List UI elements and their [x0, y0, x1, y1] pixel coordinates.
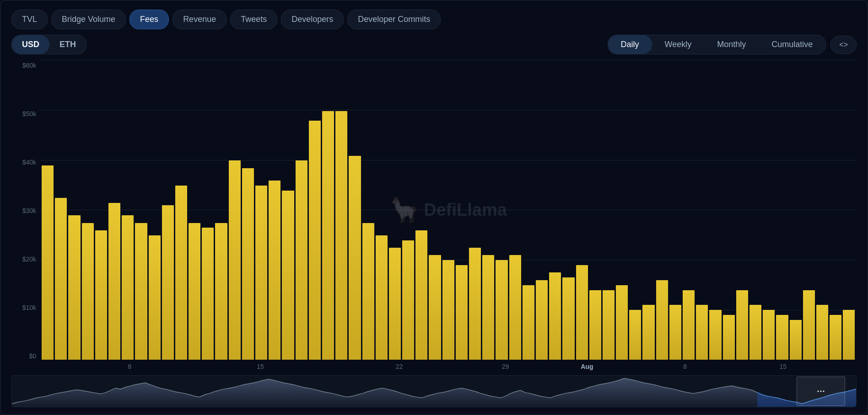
bar [108, 203, 120, 360]
bar [149, 235, 161, 360]
bar [309, 121, 321, 360]
bar [523, 285, 534, 360]
bar [68, 215, 80, 360]
bar [82, 223, 94, 360]
currency-group: USD ETH [11, 35, 86, 54]
controls-row: USD ETH Daily Weekly Monthly Cumulative … [11, 35, 857, 54]
bar [296, 160, 307, 360]
bar [415, 230, 427, 360]
bars-container [40, 60, 857, 360]
range-window[interactable] [797, 377, 845, 406]
bar [122, 215, 134, 360]
period-daily[interactable]: Daily [608, 35, 652, 54]
bar [202, 228, 214, 360]
bar [282, 191, 294, 360]
bar [269, 181, 280, 360]
bar [656, 280, 668, 360]
bar [642, 305, 654, 360]
period-group: Daily Weekly Monthly Cumulative <> [608, 35, 857, 54]
embed-button[interactable]: <> [830, 36, 857, 54]
bar [683, 290, 695, 360]
nav-tabs: TVL Bridge Volume Fees Revenue Tweets De… [11, 10, 857, 29]
bar [189, 223, 200, 360]
period-cumulative[interactable]: Cumulative [759, 35, 825, 54]
tab-fees[interactable]: Fees [129, 10, 169, 29]
x-label: 22 [396, 363, 403, 370]
period-monthly[interactable]: Monthly [704, 35, 759, 54]
bar [709, 310, 721, 360]
range-dots [818, 391, 825, 392]
bar [255, 186, 267, 360]
bar [816, 305, 828, 360]
chart-body: 🦙 DefiLlama 8152229Aug815 [40, 60, 857, 373]
bar [402, 240, 414, 360]
currency-eth[interactable]: ETH [49, 35, 86, 54]
bar [175, 186, 187, 360]
bar [576, 265, 588, 360]
range-dot [820, 391, 822, 392]
bar [843, 310, 855, 360]
x-axis: 8152229Aug815 [40, 360, 857, 373]
period-weekly[interactable]: Weekly [652, 35, 705, 54]
y-label-10k: $10k [11, 304, 40, 311]
bar [536, 280, 548, 360]
x-label: 15 [780, 363, 787, 370]
bar [242, 168, 254, 360]
y-label-60k: $60k [11, 62, 40, 69]
bar [509, 255, 521, 360]
bar [215, 223, 227, 360]
range-selector[interactable] [11, 375, 857, 407]
bar [95, 230, 107, 360]
y-label-40k: $40k [11, 159, 40, 166]
main-chart: $60k $50k $40k $30k $20k $10k $0 🦙 DefiL… [11, 60, 857, 373]
bar [589, 290, 601, 360]
bar [790, 320, 802, 360]
bar [629, 310, 641, 360]
range-dot [823, 391, 825, 392]
bar [135, 223, 147, 360]
bar [749, 305, 761, 360]
bar [562, 277, 574, 360]
bar [162, 205, 174, 360]
bar [776, 315, 788, 360]
bar [549, 272, 561, 360]
main-container: TVL Bridge Volume Fees Revenue Tweets De… [0, 0, 868, 415]
range-dot [818, 391, 819, 392]
bar [389, 248, 401, 360]
bar [469, 248, 481, 360]
bar [322, 111, 334, 360]
bar [482, 255, 494, 360]
y-label-0: $0 [11, 352, 40, 360]
bar [362, 223, 374, 360]
period-tabs: Daily Weekly Monthly Cumulative [608, 35, 826, 54]
bar [830, 315, 841, 360]
y-label-30k: $30k [11, 207, 40, 214]
x-label: Aug [581, 363, 593, 370]
bar [496, 260, 507, 360]
chart-area: $60k $50k $40k $30k $20k $10k $0 🦙 DefiL… [11, 60, 857, 407]
bar [42, 165, 54, 360]
bar [429, 255, 441, 360]
bar [349, 156, 361, 360]
bar [55, 198, 67, 360]
bar [803, 290, 815, 360]
y-label-20k: $20k [11, 255, 40, 263]
tab-tvl[interactable]: TVL [11, 10, 48, 29]
bar [442, 260, 454, 360]
tab-developer-commits[interactable]: Developer Commits [347, 10, 441, 29]
bar [335, 111, 347, 360]
bar [696, 305, 708, 360]
tab-bridge-volume[interactable]: Bridge Volume [51, 10, 126, 29]
currency-usd[interactable]: USD [12, 35, 49, 54]
x-label: 8 [128, 363, 131, 370]
tab-developers[interactable]: Developers [281, 10, 344, 29]
bar [376, 235, 388, 360]
bar [456, 265, 468, 360]
bar [736, 290, 748, 360]
bar [669, 305, 681, 360]
tab-revenue[interactable]: Revenue [173, 10, 226, 29]
x-label: 15 [257, 363, 264, 370]
tab-tweets[interactable]: Tweets [230, 10, 277, 29]
x-label: 8 [683, 363, 687, 370]
x-label: 29 [502, 363, 509, 370]
